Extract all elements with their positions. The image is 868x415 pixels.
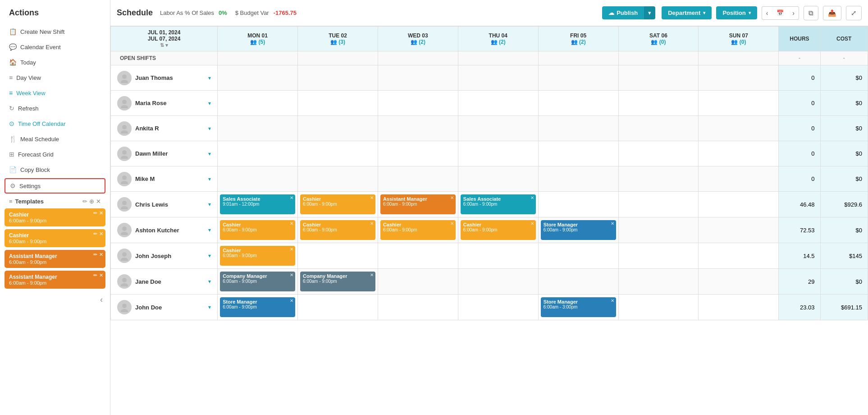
template-card-1[interactable]: ✏ ✕ Cashier 6:00am - 9:00pm	[5, 229, 105, 247]
department-dropdown[interactable]: Department ▾	[662, 6, 712, 19]
shift-cell-emp5-day0[interactable]: ✕ Sales Associate 9:01am - 12:00pm	[218, 192, 298, 217]
shift-block-emp7-day0[interactable]: ✕ Cashier 6:00am - 9:00pm	[220, 246, 295, 266]
sidebar-item-copy-block[interactable]: 📄 Copy Block	[0, 162, 110, 177]
emp-hours-3: 0	[779, 141, 820, 166]
template-card-3[interactable]: ✏ ✕ Assistant Manager 6:00am - 9:00pm	[5, 271, 105, 289]
shift-block-emp6-day4[interactable]: ✕ Store Manager 6:00am - 9:00pm	[541, 220, 616, 240]
emp-caret-9[interactable]: ▾	[208, 304, 211, 310]
sidebar-item-refresh[interactable]: ↻ Refresh	[0, 101, 110, 116]
shift-cell-emp2-day5	[618, 116, 699, 141]
shift-close-icon[interactable]: ✕	[450, 221, 454, 226]
tmpl-delete-icon-2[interactable]: ✕	[99, 252, 103, 258]
shift-cell-emp0-day4	[538, 65, 618, 91]
publish-caret-button[interactable]: ▾	[644, 6, 655, 19]
sidebar-item-today[interactable]: 🏠 Today	[0, 55, 110, 70]
emp-caret-8[interactable]: ▾	[208, 278, 211, 285]
tmpl-edit-icon-3[interactable]: ✏	[93, 272, 97, 278]
svg-point-19	[121, 309, 128, 312]
shift-close-icon[interactable]: ✕	[450, 195, 454, 200]
sidebar-item-week-view[interactable]: ≡ Week View	[0, 85, 110, 101]
sidebar-item-calendar-event[interactable]: 💬 Calendar Event	[0, 39, 110, 55]
emp-caret-2[interactable]: ▾	[208, 125, 211, 132]
shift-block-emp9-day4[interactable]: ✕ Store Manager 6:00am - 3:00pm	[541, 297, 616, 317]
shift-block-emp6-day1[interactable]: ✕ Cashier 6:00am - 9:00pm	[300, 220, 375, 240]
shift-block-emp5-day3[interactable]: ✕ Sales Associate 6:00am - 9:00pm	[461, 194, 536, 214]
sidebar-item-create-shift[interactable]: 📋 Create New Shift	[0, 24, 110, 39]
shift-close-icon[interactable]: ✕	[370, 221, 374, 226]
tmpl-edit-icon-2[interactable]: ✏	[93, 252, 97, 258]
shift-block-emp6-day0[interactable]: ✕ Cashier 6:00am - 9:00pm	[220, 220, 295, 240]
shift-cell-emp5-day3[interactable]: ✕ Sales Associate 6:00am - 9:00pm	[458, 192, 538, 217]
shift-cell-emp5-day4	[538, 192, 618, 217]
shift-close-icon[interactable]: ✕	[290, 298, 293, 303]
shift-close-icon[interactable]: ✕	[611, 221, 614, 226]
shift-close-icon[interactable]: ✕	[611, 298, 614, 303]
shift-cell-emp9-day0[interactable]: ✕ Store Manager 6:00am - 9:00pm	[218, 295, 298, 320]
fullscreen-icon-button[interactable]: ⤢	[846, 6, 862, 20]
emp-caret-7[interactable]: ▾	[208, 253, 211, 259]
template-card-2[interactable]: ✏ ✕ Assistant Manager 6:00am - 9:00pm	[5, 250, 105, 268]
position-dropdown[interactable]: Position ▾	[716, 6, 757, 19]
calendar-icon-button[interactable]: 📅	[772, 6, 788, 20]
shift-close-icon[interactable]: ✕	[370, 272, 374, 277]
shift-block-emp8-day1[interactable]: ✕ Company Manager 6:00am - 9:00pm	[300, 272, 375, 291]
shift-block-emp6-day2[interactable]: ✕ Cashier 6:00am - 9:00pm	[380, 220, 456, 240]
shift-close-icon[interactable]: ✕	[530, 221, 534, 226]
emp-caret-5[interactable]: ▾	[208, 201, 211, 208]
shift-block-emp5-day2[interactable]: ✕ Assistant Manager 6:00am - 9:00pm	[380, 194, 456, 214]
sidebar-collapse-button[interactable]: ‹	[0, 290, 110, 309]
emp-cost-3: $0	[820, 141, 868, 166]
svg-point-10	[122, 201, 127, 205]
shift-close-icon[interactable]: ✕	[290, 195, 293, 200]
publish-button[interactable]: ☁ Publish	[602, 6, 644, 19]
svg-point-15	[121, 258, 128, 261]
tmpl-delete-icon-3[interactable]: ✕	[99, 272, 103, 278]
template-card-0[interactable]: ✏ ✕ Cashier 6:00am - 9:00pm	[5, 208, 105, 226]
emp-caret-0[interactable]: ▾	[208, 75, 211, 81]
shift-block-emp9-day0[interactable]: ✕ Store Manager 6:00am - 9:00pm	[220, 297, 295, 317]
shift-cell-emp6-day0[interactable]: ✕ Cashier 6:00am - 9:00pm	[218, 217, 298, 243]
emp-caret-3[interactable]: ▾	[208, 151, 211, 157]
emp-caret-4[interactable]: ▾	[208, 176, 211, 182]
emp-caret-6[interactable]: ▾	[208, 227, 211, 233]
sidebar-item-settings[interactable]: ⚙ Settings	[5, 178, 105, 194]
shift-cell-emp7-day3	[458, 243, 538, 269]
tmpl-edit-icon[interactable]: ✏	[93, 210, 97, 216]
shift-block-emp6-day3[interactable]: ✕ Cashier 6:00am - 9:00pm	[461, 220, 536, 240]
shift-cell-emp9-day4[interactable]: ✕ Store Manager 6:00am - 3:00pm	[538, 295, 618, 320]
shift-block-emp8-day0[interactable]: ✕ Company Manager 6:00am - 9:00pm	[220, 272, 295, 291]
shift-cell-emp5-day2[interactable]: ✕ Assistant Manager 6:00am - 9:00pm	[378, 192, 458, 217]
sidebar-item-time-off[interactable]: ⊙ Time Off Calendar	[0, 116, 110, 131]
shift-close-icon[interactable]: ✕	[370, 195, 374, 200]
shift-cell-emp7-day0[interactable]: ✕ Cashier 6:00am - 9:00pm	[218, 243, 298, 269]
shift-cell-emp8-day0[interactable]: ✕ Company Manager 6:00am - 9:00pm	[218, 269, 298, 295]
shift-close-icon[interactable]: ✕	[290, 221, 293, 226]
templates-close-icon[interactable]: ✕	[96, 198, 101, 205]
next-week-button[interactable]: ›	[788, 6, 799, 20]
shift-cell-emp5-day1[interactable]: ✕ Cashier 6:00am - 9:00pm	[298, 192, 378, 217]
shift-block-emp5-day0[interactable]: ✕ Sales Associate 9:01am - 12:00pm	[220, 194, 295, 214]
prev-week-button[interactable]: ‹	[762, 6, 772, 20]
sort-icon[interactable]: ⇅ ▾	[160, 42, 168, 48]
emp-caret-1[interactable]: ▾	[208, 100, 211, 106]
shift-cell-emp6-day3[interactable]: ✕ Cashier 6:00am - 9:00pm	[458, 217, 538, 243]
shift-block-emp5-day1[interactable]: ✕ Cashier 6:00am - 9:00pm	[300, 194, 375, 214]
shift-cell-emp6-day1[interactable]: ✕ Cashier 6:00am - 9:00pm	[298, 217, 378, 243]
shift-cell-emp6-day2[interactable]: ✕ Cashier 6:00am - 9:00pm	[378, 217, 458, 243]
sidebar-item-meal-schedule[interactable]: 🍴 Meal Schedule	[0, 131, 110, 147]
copy-icon-button[interactable]: ⧉	[804, 6, 818, 20]
sidebar-item-day-view[interactable]: ≡ Day View	[0, 70, 110, 85]
shift-cell-emp6-day4[interactable]: ✕ Store Manager 6:00am - 9:00pm	[538, 217, 618, 243]
sidebar-item-forecast-grid[interactable]: ⊞ Forecast Grid	[0, 147, 110, 162]
export-icon-button[interactable]: 📤	[823, 6, 841, 20]
emp-hours-0: 0	[779, 65, 820, 91]
shift-close-icon[interactable]: ✕	[290, 272, 293, 277]
tmpl-delete-icon[interactable]: ✕	[99, 210, 103, 216]
tmpl-edit-icon-1[interactable]: ✏	[93, 231, 97, 237]
shift-close-icon[interactable]: ✕	[290, 247, 293, 252]
tmpl-delete-icon-1[interactable]: ✕	[99, 231, 103, 237]
shift-close-icon[interactable]: ✕	[530, 195, 534, 200]
templates-add-icon[interactable]: ⊕	[89, 198, 94, 205]
shift-cell-emp8-day1[interactable]: ✕ Company Manager 6:00am - 9:00pm	[298, 269, 378, 295]
templates-edit-icon[interactable]: ✏	[82, 198, 87, 205]
